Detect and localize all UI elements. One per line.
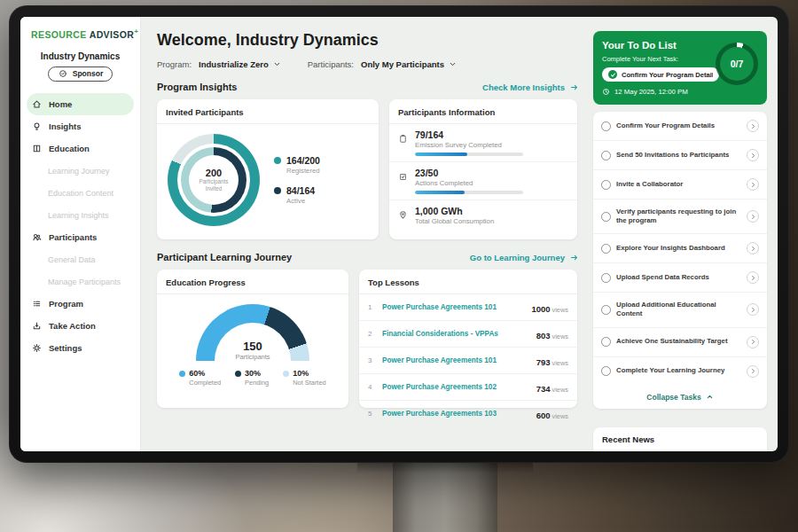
sidebar-item-label: Learning Journey <box>48 167 110 176</box>
next-task-pill[interactable]: Confirm Your Program Details <box>602 67 719 82</box>
lightbulb-icon <box>31 121 43 131</box>
sidebar-item-learning-journey[interactable]: Learning Journey <box>20 160 140 182</box>
task-checkbox[interactable] <box>601 151 611 160</box>
sidebar-item-label: Education <box>49 144 90 153</box>
gauge-center-label: 150 Participants <box>196 340 309 361</box>
lesson-link[interactable]: Power Purchase Agreements 102 <box>382 383 529 391</box>
gauge-legend: 60% Completed 30% Pending 10% Not Starte… <box>179 369 325 387</box>
sidebar-item-label: Home <box>49 99 72 109</box>
lesson-link[interactable]: Financial Considerations - VPPAs <box>382 330 529 338</box>
legend-item-not-started: 10% Not Started <box>283 369 325 387</box>
task-row[interactable]: Achieve One Sustainability Target <box>593 328 767 357</box>
people-icon <box>31 232 43 242</box>
sidebar-nav: Home Insights Education Learning Journey… <box>20 93 140 359</box>
task-row[interactable]: Send 50 Invitations to Participants <box>593 141 767 170</box>
sidebar-item-home[interactable]: Home <box>27 93 134 115</box>
task-checkbox[interactable] <box>601 121 611 131</box>
task-open-button[interactable] <box>747 271 759 284</box>
task-open-button[interactable] <box>747 149 759 161</box>
task-row[interactable]: Invite a Collaborator <box>593 170 767 200</box>
sidebar-item-label: Program <box>49 299 83 309</box>
sidebar-item-education-content[interactable]: Education Content <box>20 182 140 204</box>
arrow-right-icon <box>569 83 579 91</box>
brand-logo: RESOURCE ADVISOR+ <box>20 27 140 40</box>
sidebar-item-learning-insights[interactable]: Learning Insights <box>20 204 140 226</box>
org-block: Industry Dynamics Sponsor <box>20 51 140 82</box>
sidebar-item-label: Take Action <box>49 321 96 331</box>
top-lessons-card: Top Lessons 1 Power Purchase Agreements … <box>359 270 577 408</box>
task-checkbox[interactable] <box>601 180 611 190</box>
clipboard-icon <box>398 131 408 147</box>
lesson-link[interactable]: Power Purchase Agreements 101 <box>382 356 529 364</box>
stat-row-consumption: 1,000 GWh Total Global Consumption <box>389 200 577 231</box>
sidebar-item-take-action[interactable]: Take Action <box>20 315 140 337</box>
task-open-button[interactable] <box>747 365 759 378</box>
chevron-right-icon <box>750 123 756 129</box>
list-icon <box>31 299 43 309</box>
participants-information-card: Participants Information 79/164 Emission… <box>389 99 577 239</box>
recent-news-header[interactable]: Recent News <box>593 427 767 451</box>
sidebar-item-program[interactable]: Program <box>20 293 140 315</box>
chevron-right-icon <box>750 182 756 188</box>
sidebar-item-participants[interactable]: Participants <box>20 226 140 248</box>
collapse-tasks-button[interactable]: Collapse Tasks <box>593 386 767 409</box>
chevron-down-icon <box>449 60 457 68</box>
task-open-button[interactable] <box>747 120 759 132</box>
program-select[interactable]: Industrialize Zero <box>199 59 281 69</box>
sidebar-item-label: Settings <box>49 343 82 353</box>
task-row[interactable]: Complete Your Learning Journey <box>593 357 767 386</box>
sidebar-item-settings[interactable]: Settings <box>20 337 140 359</box>
link-label: Go to Learning Journey <box>470 253 565 262</box>
task-checkbox[interactable] <box>601 305 611 315</box>
task-open-button[interactable] <box>747 303 759 316</box>
task-row[interactable]: Upload Additional Educational Content <box>593 293 767 327</box>
insights-cards-row: Invited Participants 200 Participants In… <box>157 99 579 239</box>
stat-row-actions: 23/50 Actions Completed <box>389 162 577 200</box>
donut-legend: 164/200 Registered 84/164 Active <box>274 155 320 205</box>
chevron-right-icon <box>750 214 756 220</box>
task-checkbox[interactable] <box>601 244 611 254</box>
sidebar-item-label: Insights <box>49 121 81 131</box>
sidebar: RESOURCE ADVISOR+ Industry Dynamics Spon… <box>20 17 141 451</box>
legend-item-active: 84/164 Active <box>274 185 320 205</box>
legend-dot <box>283 371 289 377</box>
invited-donut-chart: 200 Participants Invited <box>168 134 260 226</box>
donut-center-label: 200 Participants Invited <box>189 155 239 205</box>
filter-bar: Program: Industrialize Zero Participants… <box>157 59 579 69</box>
task-row[interactable]: Explore Your Insights Dashboard <box>593 234 767 263</box>
legend-dot <box>235 371 241 377</box>
card-title: Top Lessons <box>359 270 577 294</box>
sponsor-badge-icon <box>58 69 69 78</box>
program-insights-section-header: Program Insights Check More Insights <box>157 82 579 92</box>
task-open-button[interactable] <box>747 242 759 254</box>
program-filter-label: Program: <box>157 59 192 69</box>
task-row[interactable]: Upload Spend Data Records <box>593 263 767 293</box>
task-row[interactable]: Verify participants requesting to join t… <box>593 200 767 234</box>
participants-select[interactable]: Only My Participants <box>361 59 457 69</box>
sponsor-badge[interactable]: Sponsor <box>48 66 113 82</box>
task-checkbox[interactable] <box>601 273 611 283</box>
task-open-button[interactable] <box>747 336 759 348</box>
org-name: Industry Dynamics <box>20 51 140 61</box>
lesson-link[interactable]: Power Purchase Agreements 103 <box>382 410 529 418</box>
todo-tasks-card: Confirm Your Program Details Send 50 Inv… <box>593 112 767 409</box>
sidebar-item-manage-participants[interactable]: Manage Participants <box>20 270 140 293</box>
legend-item-registered: 164/200 Registered <box>274 155 320 175</box>
task-checkbox[interactable] <box>601 212 611 222</box>
progress-bar <box>415 153 523 156</box>
next-task-due: 12 May 2025, 12:00 PM <box>602 88 758 96</box>
go-to-learning-journey-link[interactable]: Go to Learning Journey <box>470 253 579 262</box>
learning-cards-row: Education Progress 150 Participants <box>157 270 579 408</box>
lesson-link[interactable]: Power Purchase Agreements 101 <box>382 303 524 311</box>
sidebar-item-education[interactable]: Education <box>20 137 140 160</box>
task-open-button[interactable] <box>747 178 759 191</box>
check-more-insights-link[interactable]: Check More Insights <box>482 82 579 92</box>
sidebar-item-general-data[interactable]: General Data <box>20 248 140 270</box>
task-open-button[interactable] <box>747 210 759 223</box>
sidebar-item-insights[interactable]: Insights <box>20 115 140 137</box>
task-row[interactable]: Confirm Your Program Details <box>593 112 767 141</box>
arrow-right-icon <box>569 254 579 262</box>
sidebar-item-label: General Data <box>48 255 96 264</box>
task-checkbox[interactable] <box>601 337 611 347</box>
task-checkbox[interactable] <box>601 366 611 376</box>
